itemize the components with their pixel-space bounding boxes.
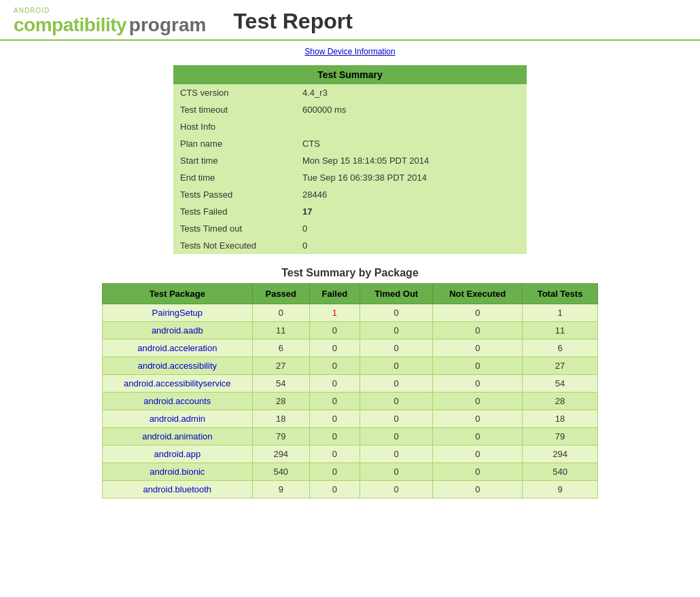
count-cell: 0 xyxy=(433,340,523,357)
count-cell: 0 xyxy=(433,322,523,340)
failed-cell: 0 xyxy=(309,428,360,446)
table-row: android.bionic540000540 xyxy=(103,463,598,481)
package-name-cell: android.app xyxy=(103,446,253,463)
summary-row: Tests Not Executed0 xyxy=(173,237,527,254)
summary-row: Tests Failed17 xyxy=(173,203,527,220)
count-cell: 6 xyxy=(523,340,598,357)
count-cell: 0 xyxy=(360,375,433,393)
count-cell: 11 xyxy=(252,322,309,340)
package-name-cell: android.acceleration xyxy=(103,340,253,357)
failed-cell: 0 xyxy=(309,340,360,357)
count-cell: 0 xyxy=(360,340,433,357)
table-row: android.bluetooth90009 xyxy=(103,481,598,499)
android-label: ANDROID xyxy=(14,7,206,14)
count-cell: 540 xyxy=(523,463,598,481)
summary-wrapper: Test Summary CTS version4.4_r3Test timeo… xyxy=(0,65,700,254)
count-cell: 0 xyxy=(252,304,309,322)
package-link[interactable]: android.accessibilityservice xyxy=(124,378,231,388)
count-cell: 18 xyxy=(523,410,598,428)
package-link[interactable]: android.bluetooth xyxy=(143,484,211,494)
count-cell: 0 xyxy=(360,410,433,428)
count-cell: 79 xyxy=(523,428,598,446)
package-link[interactable]: android.bionic xyxy=(150,467,205,477)
failed-cell: 0 xyxy=(309,393,360,410)
summary-row: Plan nameCTS xyxy=(173,135,527,152)
count-cell: 0 xyxy=(433,393,523,410)
count-cell: 0 xyxy=(433,410,523,428)
logo-line: compatibility program xyxy=(14,14,206,36)
package-name-cell: android.accounts xyxy=(103,393,253,410)
summary-value: 600000 ms xyxy=(296,101,527,118)
count-cell: 11 xyxy=(523,322,598,340)
package-link[interactable]: android.acceleration xyxy=(137,343,217,353)
summary-label: Tests Timed out xyxy=(173,220,296,237)
count-cell: 0 xyxy=(360,393,433,410)
count-cell: 0 xyxy=(433,481,523,499)
summary-value: 0 xyxy=(296,220,527,237)
summary-value: Tue Sep 16 06:39:38 PDT 2014 xyxy=(296,169,527,186)
package-name-cell: android.aadb xyxy=(103,322,253,340)
table-row: android.app294000294 xyxy=(103,446,598,463)
summary-value: 0 xyxy=(296,237,527,254)
summary-title: Test Summary xyxy=(173,65,527,84)
count-cell: 9 xyxy=(523,481,598,499)
count-cell: 1 xyxy=(523,304,598,322)
failed-cell: 0 xyxy=(309,463,360,481)
table-row: android.admin1800018 xyxy=(103,410,598,428)
package-link[interactable]: android.aadb xyxy=(152,325,203,336)
table-row: android.accounts2800028 xyxy=(103,393,598,410)
summary-value: 17 xyxy=(296,203,527,220)
package-col-header: Total Tests xyxy=(523,284,598,304)
package-col-header: Not Executed xyxy=(433,284,523,304)
count-cell: 6 xyxy=(252,340,309,357)
count-cell: 0 xyxy=(360,428,433,446)
count-cell: 0 xyxy=(433,446,523,463)
package-link[interactable]: android.accessibility xyxy=(138,361,217,371)
logo-program: program xyxy=(129,14,207,35)
count-cell: 54 xyxy=(523,375,598,393)
package-name-cell: android.admin xyxy=(103,410,253,428)
package-link[interactable]: android.animation xyxy=(142,431,212,441)
count-cell: 540 xyxy=(252,463,309,481)
count-cell: 0 xyxy=(360,481,433,499)
summary-label: End time xyxy=(173,169,296,186)
count-cell: 294 xyxy=(252,446,309,463)
package-table-wrapper: Test PackagePassedFailedTimed OutNot Exe… xyxy=(0,283,700,499)
device-info-link[interactable]: Show Device Information xyxy=(304,47,395,56)
failed-cell: 0 xyxy=(309,357,360,375)
count-cell: 0 xyxy=(360,304,433,322)
count-cell: 0 xyxy=(360,357,433,375)
package-link[interactable]: android.accounts xyxy=(143,396,211,406)
count-cell: 0 xyxy=(433,375,523,393)
package-header-row: Test PackagePassedFailedTimed OutNot Exe… xyxy=(103,284,598,304)
count-cell: 54 xyxy=(252,375,309,393)
package-col-header: Passed xyxy=(252,284,309,304)
failed-cell: 0 xyxy=(309,410,360,428)
summary-row: Host Info xyxy=(173,118,527,135)
table-row: PairingSetup01001 xyxy=(103,304,598,322)
package-col-header: Test Package xyxy=(103,284,253,304)
count-cell: 0 xyxy=(360,322,433,340)
summary-value: 28446 xyxy=(296,186,527,203)
table-row: android.aadb1100011 xyxy=(103,322,598,340)
package-link[interactable]: android.admin xyxy=(150,414,205,424)
package-name-cell: android.animation xyxy=(103,428,253,446)
package-name-cell: android.accessibilityservice xyxy=(103,375,253,393)
summary-header-row: Test Summary xyxy=(173,65,527,84)
count-cell: 18 xyxy=(252,410,309,428)
summary-label: Host Info xyxy=(173,118,296,135)
table-row: android.accessibility2700027 xyxy=(103,357,598,375)
summary-label: Start time xyxy=(173,152,296,169)
count-cell: 0 xyxy=(360,446,433,463)
package-table: Test PackagePassedFailedTimed OutNot Exe… xyxy=(102,283,598,499)
page-title: Test Report xyxy=(233,9,352,34)
package-col-header: Failed xyxy=(309,284,360,304)
package-link[interactable]: PairingSetup xyxy=(152,308,203,318)
package-link[interactable]: android.app xyxy=(154,449,201,459)
failed-cell: 0 xyxy=(309,375,360,393)
failed-cell: 1 xyxy=(309,304,360,322)
summary-value: CTS xyxy=(296,135,527,152)
failed-cell: 0 xyxy=(309,446,360,463)
summary-row: End timeTue Sep 16 06:39:38 PDT 2014 xyxy=(173,169,527,186)
count-cell: 28 xyxy=(523,393,598,410)
